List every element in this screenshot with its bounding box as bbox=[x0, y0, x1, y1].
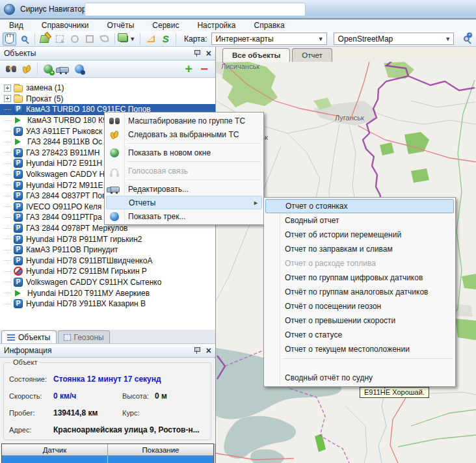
context-menu-item[interactable]: Показать в новом окне bbox=[106, 146, 262, 159]
tree-item[interactable]: Hyundai HD72 С911ВМ Гирькин Р bbox=[0, 266, 215, 277]
menubar-item[interactable]: Справка bbox=[245, 20, 293, 31]
submenu-item[interactable]: Отчет о стоянках bbox=[265, 199, 454, 213]
map-tabs: Все объекты Отчет bbox=[216, 47, 476, 62]
expander-icon[interactable] bbox=[4, 139, 11, 146]
submenu-item[interactable]: Отчет по заправкам и сливам bbox=[265, 242, 454, 256]
context-menu-item[interactable]: Голосовая связь bbox=[106, 164, 262, 178]
expander-icon[interactable] bbox=[4, 246, 11, 254]
expander-icon[interactable] bbox=[4, 171, 11, 178]
select-shape-button[interactable] bbox=[53, 33, 67, 46]
submenu-item[interactable]: Отчет о статусе bbox=[265, 328, 454, 342]
map-tab[interactable]: Отчет bbox=[292, 48, 332, 62]
context-menu-item[interactable] bbox=[106, 141, 262, 146]
zoom-tool-button[interactable] bbox=[18, 33, 31, 46]
follow-button[interactable] bbox=[20, 62, 34, 75]
close-icon[interactable]: × bbox=[206, 49, 211, 57]
expander-icon[interactable] bbox=[4, 268, 11, 275]
menubar-item[interactable]: Сервис bbox=[143, 20, 188, 31]
expander-icon[interactable] bbox=[4, 85, 11, 92]
tree-item[interactable]: КамАЗ Р911ОВ Принудит bbox=[0, 245, 215, 256]
map-edit-button[interactable] bbox=[38, 33, 52, 46]
tab-geozones[interactable]: Геозоны bbox=[58, 330, 110, 343]
submenu-item[interactable]: Отчёт по группам аналоговых датчиков bbox=[265, 285, 454, 299]
track-button[interactable] bbox=[72, 62, 86, 75]
expander-icon[interactable] bbox=[4, 192, 11, 200]
submenu-item[interactable]: Отчет об истории перемещений bbox=[265, 228, 454, 242]
expander-icon[interactable] bbox=[4, 106, 11, 113]
menubar-item[interactable]: Вид bbox=[0, 20, 33, 31]
tree-item[interactable]: Volkswagen CADDY С911НХ Сытенко bbox=[0, 277, 215, 288]
sensor-row-selected[interactable] bbox=[2, 456, 213, 463]
tree-item[interactable]: Hyundai HD120 Т911МУ Аверкиев bbox=[0, 287, 215, 298]
pan-tool-button[interactable] bbox=[3, 33, 16, 46]
expander-icon[interactable] bbox=[4, 181, 11, 189]
context-menu-item[interactable]: Масштабирование по группе ТС bbox=[106, 114, 262, 127]
context-menu-item[interactable]: Показать трек... bbox=[106, 209, 262, 223]
sensor-column-header[interactable]: Датчик bbox=[2, 444, 108, 455]
context-menu-item[interactable] bbox=[106, 159, 262, 164]
menubar-item[interactable]: Настройка bbox=[188, 20, 245, 31]
route-button[interactable]: S bbox=[159, 33, 172, 46]
submenu-item[interactable]: Отчет по группам цифровых датчиков bbox=[265, 271, 454, 285]
submenu-item[interactable]: Отчет о превышении скорости bbox=[265, 313, 454, 328]
expander-icon[interactable] bbox=[4, 127, 11, 135]
menu-item-label: Следовать за выбранными ТС bbox=[123, 130, 239, 139]
expander-icon[interactable] bbox=[4, 235, 11, 243]
remove-object-button[interactable]: − bbox=[197, 62, 211, 75]
expander-icon[interactable] bbox=[4, 278, 11, 285]
menu-item-icon bbox=[109, 187, 120, 192]
context-menu-item[interactable] bbox=[106, 178, 262, 182]
expander-icon[interactable] bbox=[4, 149, 11, 156]
expander-icon[interactable] bbox=[4, 203, 11, 210]
map-source-select[interactable]: Интернет-карты ▼ bbox=[211, 33, 327, 45]
value-column-header[interactable]: Показание bbox=[108, 444, 213, 455]
draw-ellipse-button[interactable] bbox=[68, 33, 81, 46]
find-object-button[interactable] bbox=[4, 62, 18, 75]
close-icon[interactable]: × bbox=[206, 347, 211, 354]
pin-icon[interactable] bbox=[193, 347, 201, 354]
submenu-item[interactable]: Отчет о расходе топлива bbox=[265, 256, 454, 271]
tree-item[interactable]: Hyundai HD78 У911ВХ Казарин В bbox=[0, 298, 215, 310]
expander-icon[interactable] bbox=[4, 214, 11, 221]
expander-icon[interactable] bbox=[4, 95, 11, 102]
tree-item[interactable]: Прокат (5) bbox=[0, 94, 215, 105]
add-object-button[interactable]: + bbox=[181, 62, 196, 75]
submenu-item[interactable]: Сводный отчет bbox=[265, 213, 454, 228]
submenu-item[interactable] bbox=[265, 356, 454, 371]
vehicle-status-icon bbox=[15, 139, 24, 145]
tree-item[interactable]: Hyundai HD78 Р911МТ гирькин2 bbox=[0, 233, 215, 245]
expander-icon[interactable] bbox=[4, 257, 11, 264]
menubar-item[interactable]: Справочники bbox=[33, 20, 98, 31]
menubar-item[interactable]: Отчёты bbox=[98, 20, 143, 31]
vehicle-button[interactable] bbox=[57, 62, 71, 75]
draw-polygon-button[interactable] bbox=[98, 33, 111, 46]
expander-icon[interactable] bbox=[4, 225, 11, 232]
pin-icon[interactable] bbox=[193, 49, 201, 57]
context-menu-item[interactable]: Отчеты ► bbox=[106, 196, 262, 209]
expander-icon[interactable] bbox=[4, 289, 11, 297]
expander-icon[interactable] bbox=[4, 117, 11, 124]
state-label: Состояние: bbox=[9, 375, 53, 383]
tree-item[interactable]: замена (1) bbox=[0, 83, 215, 94]
submenu-item-label: Отчет о стоянках bbox=[280, 202, 348, 211]
expander-icon[interactable] bbox=[4, 160, 11, 167]
submenu-item[interactable]: Сводный отчёт по судну bbox=[265, 371, 454, 385]
vehicle-status-icon bbox=[14, 224, 23, 233]
submenu-item-label: Сводный отчёт по судну bbox=[280, 373, 373, 382]
context-menu-item[interactable]: Редактировать... bbox=[106, 182, 262, 196]
layers-button[interactable]: ▼ bbox=[118, 33, 137, 46]
measure-button[interactable] bbox=[144, 33, 157, 46]
tab-objects[interactable]: Объекты bbox=[1, 330, 57, 343]
info-panel-header: Информация × bbox=[0, 344, 215, 358]
zoom-search-button[interactable] bbox=[460, 33, 473, 46]
map-provider-select[interactable]: OpenStreetMap ▼ bbox=[334, 33, 455, 45]
tree-item-label: УАЗ А911ЕТ Рыковск bbox=[26, 127, 102, 136]
context-menu-item[interactable]: Следовать за выбранными ТС bbox=[106, 127, 262, 141]
draw-rectangle-button[interactable] bbox=[83, 33, 96, 46]
map-tab[interactable]: Все объекты bbox=[222, 48, 290, 62]
submenu-item[interactable]: Отчет о текущем местоположении bbox=[265, 342, 454, 356]
tree-item[interactable]: Hyundai HD78 С911ВТШвидченкоА bbox=[0, 256, 215, 267]
show-on-map-button[interactable]: + bbox=[41, 62, 55, 75]
submenu-item[interactable]: Отчёт о посещении геозон bbox=[265, 299, 454, 313]
expander-icon[interactable] bbox=[4, 300, 11, 308]
